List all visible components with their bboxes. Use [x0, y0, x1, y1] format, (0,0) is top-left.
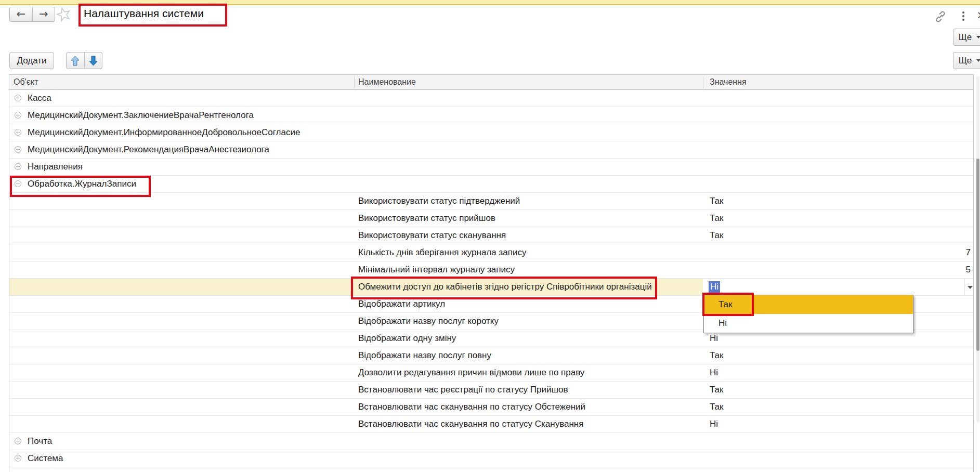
annotation-box-dropdown-yes — [702, 293, 754, 316]
settings-tree-table: Об'єкт Наименование Значення Касса Медиц… — [9, 74, 974, 472]
setting-name-cell: Мінімальний інтервал журналу запису — [358, 261, 515, 278]
app-window: ← → Налаштування системи × Ще Ще Додати … — [0, 0, 980, 472]
table-row[interactable]: Почта — [9, 433, 973, 450]
vertical-scrollbar[interactable] — [976, 76, 979, 422]
object-cell: Направления — [28, 159, 83, 175]
object-cell: МедицинскийДокумент.ИнформированноеДобро… — [28, 124, 300, 140]
scrollbar-thumb[interactable] — [976, 159, 979, 351]
setting-name-cell: Відображати назву послуг повну — [358, 347, 491, 363]
table-row[interactable]: Використовувати статус прийшов Так — [9, 210, 973, 227]
setting-value-cell: Ні — [710, 364, 718, 381]
table-row[interactable]: Встановлювати час реєстрації по статусу … — [9, 382, 973, 399]
dropdown-item-no[interactable]: Ні — [704, 314, 913, 333]
close-icon[interactable]: × — [976, 8, 980, 21]
table-row[interactable]: Система — [9, 450, 973, 467]
combo-dropdown-icon[interactable] — [968, 286, 973, 289]
expand-icon[interactable] — [15, 95, 21, 101]
value-editor[interactable]: Ні — [709, 281, 720, 293]
column-header-name: Наименование — [358, 75, 416, 89]
table-row[interactable]: МедицинскийДокумент.ЗаключениеВрачаРентг… — [9, 107, 973, 124]
table-row[interactable]: МедицинскийДокумент.РекомендацияВрачаАне… — [9, 141, 973, 159]
get-link-icon[interactable] — [934, 10, 947, 25]
forward-button[interactable]: → — [33, 7, 55, 21]
setting-name-cell: Встановлювати час сканування по статусу … — [358, 416, 583, 432]
form-more-button[interactable]: Ще — [953, 29, 980, 46]
setting-value-cell: 5 — [966, 261, 971, 278]
table-row[interactable]: Направления — [9, 159, 973, 176]
annotation-box-group-row — [10, 176, 151, 197]
object-cell: МедицинскийДокумент.ЗаключениеВрачаРентг… — [28, 107, 254, 123]
table-row[interactable]: Використовувати статус підтверджений Так — [9, 193, 973, 210]
setting-name-cell: Відображати одну зміну — [358, 330, 456, 346]
add-button-label: Додати — [17, 56, 46, 66]
add-button[interactable]: Додати — [9, 52, 54, 69]
setting-name-cell: Встановлювати час реєстрації по статусу … — [358, 382, 568, 398]
column-header-value: Значення — [710, 75, 747, 89]
setting-value-cell: Так — [710, 399, 724, 415]
menu-kebab-icon[interactable] — [962, 11, 964, 22]
setting-name-cell: Встановлювати час сканування по статусу … — [358, 399, 585, 415]
column-separator — [703, 76, 703, 88]
table-row[interactable]: Використовувати статус сканування Так — [9, 227, 973, 244]
table-row[interactable]: Встановлювати час сканування по статусу … — [9, 399, 973, 416]
expand-icon[interactable] — [15, 129, 21, 136]
expand-icon[interactable] — [15, 112, 21, 119]
expand-icon[interactable] — [15, 438, 21, 444]
back-button[interactable]: ← — [10, 7, 33, 21]
setting-name-cell: Використовувати статус прийшов — [358, 210, 495, 226]
column-header-object: Об'єкт — [14, 75, 38, 89]
column-separator — [354, 76, 355, 88]
move-buttons — [66, 52, 102, 69]
setting-value-cell: Так — [710, 210, 724, 226]
setting-value-cell: Так — [710, 382, 724, 398]
setting-value-cell: Так — [710, 227, 724, 243]
setting-value-cell: Ні — [710, 416, 718, 432]
annotation-box-setting-name — [351, 277, 657, 299]
chevron-down-icon — [976, 36, 980, 38]
table-row[interactable]: Відображати назву послуг повну Так — [9, 347, 973, 364]
object-cell: Касса — [28, 90, 51, 106]
list-more-button[interactable]: Ще — [953, 52, 980, 69]
table-row[interactable]: МедицинскийДокумент.ИнформированноеДобро… — [9, 124, 973, 141]
move-down-button[interactable] — [85, 53, 102, 69]
table-row[interactable]: Встановлювати час сканування по статусу … — [9, 416, 973, 433]
expand-icon[interactable] — [15, 455, 21, 462]
setting-name-cell: Кількість днів зберігання журнала запису — [358, 244, 526, 260]
nav-buttons: ← → — [9, 7, 55, 22]
table-header: Об'єкт Наименование Значення — [9, 75, 973, 90]
table-row[interactable]: Касса — [9, 90, 973, 107]
combo-separator — [964, 279, 964, 295]
setting-name-cell: Дозволити редагування причин відмови лиш… — [358, 364, 584, 381]
setting-value-cell: Так — [710, 347, 724, 363]
expand-icon[interactable] — [15, 163, 21, 170]
move-up-button[interactable] — [67, 53, 85, 69]
object-cell: МедицинскийДокумент.РекомендацияВрачаАне… — [28, 141, 269, 158]
annotation-box-title — [79, 4, 227, 27]
table-row[interactable]: Дозволити редагування причин відмови лиш… — [9, 364, 973, 382]
favorite-star-icon[interactable] — [55, 6, 72, 25]
chevron-down-icon — [976, 59, 980, 62]
expand-icon[interactable] — [15, 146, 21, 153]
object-cell: Почта — [28, 433, 52, 449]
setting-value-cell: Так — [710, 193, 724, 209]
list-more-label: Ще — [959, 56, 972, 66]
table-row[interactable]: Обработка.ЖурналЗаписи — [9, 176, 973, 193]
setting-name-cell: Використовувати статус підтверджений — [358, 193, 520, 209]
setting-name-cell: Використовувати статус сканування — [358, 227, 506, 243]
setting-value-cell: 7 — [966, 244, 971, 260]
form-more-label: Ще — [959, 32, 972, 43]
setting-name-cell: Відображати назву послуг коротку — [358, 313, 499, 329]
object-cell: Система — [28, 450, 63, 466]
table-row[interactable]: Кількість днів зберігання журнала запису… — [9, 244, 973, 261]
